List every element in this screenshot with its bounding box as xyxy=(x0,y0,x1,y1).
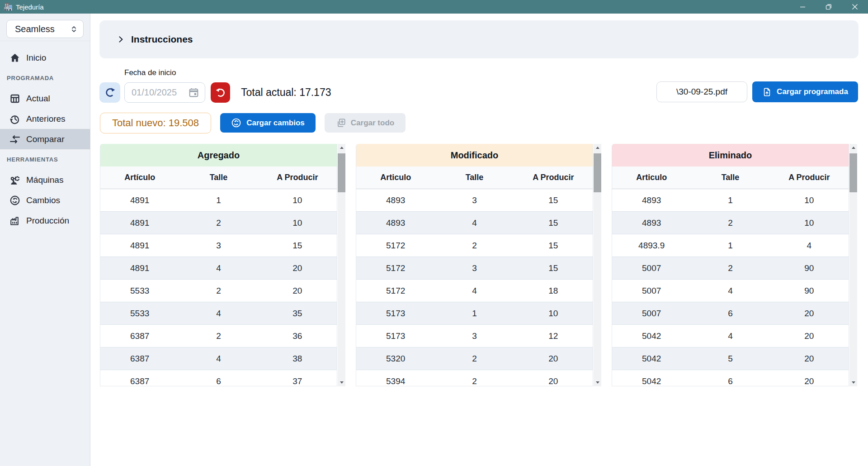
table-scrollbar[interactable] xyxy=(849,144,857,386)
sidebar-item-label: Cambios xyxy=(26,195,60,205)
table-cell: 2 xyxy=(179,325,258,347)
table-cell: 4891 xyxy=(100,257,179,279)
minimize-button[interactable] xyxy=(789,0,816,14)
sidebar-section-programada: PROGRAMADA xyxy=(0,68,90,88)
factory-icon xyxy=(9,215,20,226)
sidebar-item-cambios[interactable]: Cambios xyxy=(0,190,90,210)
plant-select[interactable]: Seamless xyxy=(6,20,84,38)
table-row: 5042620 xyxy=(612,370,849,386)
table-cell: 4893.9 xyxy=(612,234,691,257)
scroll-up-button[interactable] xyxy=(849,144,857,152)
file-name-box[interactable]: \30-09-25.pdf xyxy=(656,81,747,102)
table-cell: 36 xyxy=(258,325,337,347)
sync-circle-icon xyxy=(9,195,20,206)
table-body: 489311048932104893.914500729050074905007… xyxy=(612,189,849,386)
table-cell: 6 xyxy=(691,302,769,324)
table-row: 5042520 xyxy=(612,347,849,370)
plant-select-value: Seamless xyxy=(15,24,55,34)
table-cell: 6387 xyxy=(100,325,179,347)
table-column-headers: ArticuloTalleA Producir xyxy=(356,166,593,189)
sidebar-item-maquinas[interactable]: Máquinas xyxy=(0,170,90,190)
table-cell: 5 xyxy=(691,347,769,370)
table-cell: 15 xyxy=(258,234,337,257)
sidebar-item-anteriores[interactable]: Anteriores xyxy=(0,109,90,129)
table-row: 5173110 xyxy=(356,302,593,325)
sidebar-item-produccion[interactable]: Producción xyxy=(0,210,90,231)
table-cell: 6387 xyxy=(100,347,179,370)
scrollbar-track[interactable] xyxy=(849,152,857,379)
scroll-up-button[interactable] xyxy=(594,144,601,152)
cargar-cambios-button[interactable]: Cargar cambios xyxy=(220,113,316,133)
cargar-programada-button[interactable]: Cargar programada xyxy=(752,81,858,102)
table-row: 4891315 xyxy=(100,234,337,257)
table-scrollbar[interactable] xyxy=(594,144,601,386)
table-cell: 4891 xyxy=(100,189,179,211)
compare-arrows-icon xyxy=(9,134,20,145)
sidebar-item-label: Actual xyxy=(26,94,50,104)
triangle-up-icon xyxy=(340,147,344,149)
table-row: 6387438 xyxy=(100,347,337,370)
scrollbar-thumb[interactable] xyxy=(849,153,857,192)
column-header: Talle xyxy=(435,166,514,189)
scroll-up-button[interactable] xyxy=(338,144,345,152)
table-cell: 1 xyxy=(179,189,258,211)
table-cell: 10 xyxy=(770,189,849,211)
table-cell: 20 xyxy=(770,347,849,370)
table-cell: 90 xyxy=(770,257,849,279)
table-row: 5007490 xyxy=(612,280,849,302)
table-eliminado: Eliminado ArticuloTalleA Producir 489311… xyxy=(612,144,857,386)
sidebar-item-inicio[interactable]: Inicio xyxy=(0,48,90,68)
table-cell: 4 xyxy=(435,212,514,234)
rotate-cw-icon xyxy=(104,87,116,98)
table-row: 6387236 xyxy=(100,325,337,347)
table-column-headers: ArtículoTalleA Producir xyxy=(100,166,337,189)
table-cell: 4 xyxy=(179,347,258,370)
sync-circle-icon xyxy=(231,118,241,128)
table-cell: 4893 xyxy=(356,212,435,234)
table-row: 5394220 xyxy=(356,370,593,386)
table-cell: 37 xyxy=(258,370,337,386)
sidebar-item-label: Producción xyxy=(26,216,69,226)
scrollbar-thumb[interactable] xyxy=(338,153,345,192)
sidebar-nav: Inicio PROGRAMADA Actual Anteriores xyxy=(0,41,90,231)
restore-button[interactable] xyxy=(816,0,842,14)
table-cell: 20 xyxy=(770,325,849,347)
cargar-todo-button[interactable]: Cargar todo xyxy=(325,113,406,133)
table-cell: 5042 xyxy=(612,370,691,386)
table-cell: 6 xyxy=(691,370,769,386)
sidebar-item-label: Anteriores xyxy=(26,114,66,124)
sidebar-item-actual[interactable]: Actual xyxy=(0,88,90,109)
close-button[interactable] xyxy=(842,0,868,14)
date-value: 01/10/2025 xyxy=(132,87,177,98)
main-content: Instrucciones Fecha de inicio 01/10/2025 xyxy=(90,14,868,466)
table-row: 4893210 xyxy=(612,212,849,234)
app-window: Tejeduría Seamless xyxy=(0,0,868,466)
table-cell: 5533 xyxy=(100,302,179,324)
scroll-down-button[interactable] xyxy=(594,379,601,386)
date-input[interactable]: 01/10/2025 xyxy=(124,82,205,103)
scrollbar-thumb[interactable] xyxy=(594,153,601,192)
table-scrollbar[interactable] xyxy=(338,144,345,386)
column-header: Artículo xyxy=(100,166,179,189)
scrollbar-track[interactable] xyxy=(338,152,345,379)
rotate-ccw-icon xyxy=(215,87,226,98)
close-icon xyxy=(852,4,858,10)
table-cell: 6 xyxy=(179,370,258,386)
sidebar-item-comparar[interactable]: Comparar xyxy=(0,129,90,149)
column-header: Talle xyxy=(179,166,258,189)
instructions-panel[interactable]: Instrucciones xyxy=(99,20,859,58)
scroll-down-button[interactable] xyxy=(338,379,345,386)
column-header: A Producir xyxy=(514,166,593,189)
table-cell: 10 xyxy=(514,302,593,324)
table-row: 4891420 xyxy=(100,257,337,280)
reset-date-button[interactable] xyxy=(211,82,230,103)
scroll-down-button[interactable] xyxy=(849,379,857,386)
table-cell: 2 xyxy=(691,212,769,234)
sidebar: Seamless Inicio PROGRAMADA xyxy=(0,14,90,466)
table-cell: 4891 xyxy=(100,234,179,257)
scrollbar-track[interactable] xyxy=(594,152,601,379)
refresh-button[interactable] xyxy=(99,82,120,103)
window-title: Tejeduría xyxy=(16,3,44,11)
table-cell: 10 xyxy=(258,212,337,234)
titlebar: Tejeduría xyxy=(0,0,868,14)
